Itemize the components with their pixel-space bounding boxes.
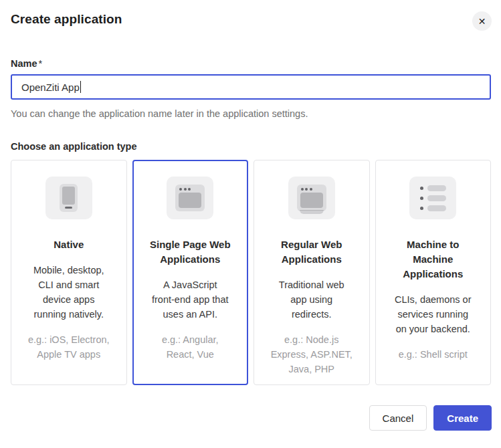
text-caret (80, 81, 82, 93)
name-help-text: You can change the application name late… (11, 108, 491, 119)
server-stack-icon (409, 177, 456, 219)
close-button[interactable]: ✕ (472, 11, 492, 31)
card-example: e.g.: Node.js Express, ASP.NET, Java, PH… (261, 332, 363, 376)
card-description: Traditional web app using redirects. (261, 277, 363, 322)
card-native[interactable]: Native Mobile, desktop, CLI and smart de… (11, 160, 127, 385)
card-description: CLIs, daemons or services running on you… (383, 292, 484, 336)
mobile-phone-icon (45, 177, 92, 219)
card-example: e.g.: Angular, React, Vue (140, 332, 241, 362)
card-single-page-web[interactable]: Single Page Web Applications A JavaScrip… (132, 160, 249, 385)
card-title: Regular Web Applications (261, 237, 363, 267)
application-type-cards: Native Mobile, desktop, CLI and smart de… (11, 160, 491, 385)
browser-app-icon (288, 177, 335, 219)
card-regular-web[interactable]: Regular Web Applications Traditional web… (254, 160, 370, 385)
close-icon: ✕ (478, 16, 486, 27)
card-example: e.g.: iOS, Electron, Apple TV apps (18, 332, 120, 362)
card-example: e.g.: Shell script (383, 347, 484, 362)
application-type-label: Choose an application type (11, 141, 491, 152)
name-input[interactable]: OpenZiti App (11, 74, 491, 100)
name-label: Name* (11, 58, 491, 69)
card-title: Native (18, 237, 120, 252)
create-button[interactable]: Create (433, 405, 492, 431)
name-label-text: Name (11, 58, 37, 69)
dialog-title: Create application (11, 12, 491, 27)
card-title: Machine to Machine Applications (383, 237, 484, 282)
dialog-footer: Cancel Create (11, 405, 492, 431)
cancel-button[interactable]: Cancel (369, 405, 427, 431)
card-machine-to-machine[interactable]: Machine to Machine Applications CLIs, da… (375, 160, 492, 385)
required-asterisk: * (39, 58, 43, 69)
browser-window-icon (167, 177, 213, 219)
card-description: Mobile, desktop, CLI and smart device ap… (18, 263, 120, 322)
card-description: A JavaScript front-end app that uses an … (140, 277, 241, 322)
name-input-value: OpenZiti App (21, 82, 80, 93)
card-title: Single Page Web Applications (140, 237, 241, 267)
